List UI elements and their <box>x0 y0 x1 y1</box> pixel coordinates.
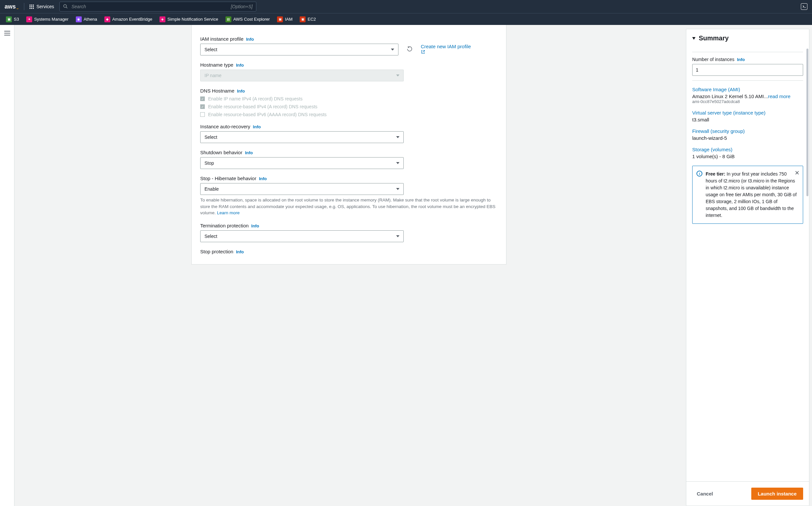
dns-opt1-label: Enable IP name IPv4 (A record) DNS reque… <box>208 96 303 101</box>
top-nav: aws⌣ Services [Option+S] <box>0 0 812 13</box>
instances-input[interactable] <box>692 64 803 76</box>
search-input[interactable] <box>71 4 228 9</box>
search-shortcut-hint: [Option+S] <box>231 4 253 9</box>
free-tier-strong: Free tier: <box>706 171 725 177</box>
side-strip <box>0 25 14 506</box>
termination-label: Termination protection <box>200 223 249 228</box>
close-icon[interactable]: ✕ <box>795 170 800 176</box>
free-tier-text: In your first year includes 750 hours of… <box>706 171 797 218</box>
info-icon: i <box>697 171 702 177</box>
hibernate-info-link[interactable]: Info <box>259 176 267 181</box>
fav-label: Systems Manager <box>34 17 69 22</box>
iam-refresh-button[interactable] <box>404 44 415 54</box>
autorecovery-label: Instance auto-recovery <box>200 124 250 129</box>
instance-type-header-link[interactable]: Virtual server type (instance type) <box>692 110 803 115</box>
instances-info-link[interactable]: Info <box>737 57 745 62</box>
ami-value: Amazon Linux 2 Kernel 5.10 AMI...read mo… <box>692 93 803 99</box>
checkbox-icon <box>200 112 205 117</box>
svg-line-1 <box>66 7 67 8</box>
advanced-details-card: IAM instance profile Info Select Crea <box>191 25 506 264</box>
fav-cost-explorer[interactable]: ▤AWS Cost Explorer <box>226 16 270 22</box>
dns-res-ipv4-checkbox: ✓Enable resource-based IPv4 (A record) D… <box>200 104 498 109</box>
field-iam-profile: IAM instance profile Info Select Crea <box>200 36 498 56</box>
ami-header-link[interactable]: Software Image (AMI) <box>692 87 803 92</box>
autorecovery-select[interactable]: Select <box>200 131 404 143</box>
shutdown-info-link[interactable]: Info <box>245 150 253 155</box>
refresh-icon <box>407 46 413 52</box>
field-shutdown: Shutdown behavior Info Stop <box>200 150 498 169</box>
global-search[interactable]: [Option+S] <box>59 2 256 11</box>
fav-iam[interactable]: ▣IAM <box>277 16 293 22</box>
checkbox-icon: ✓ <box>200 104 205 109</box>
fav-label: Simple Notification Service <box>167 17 218 22</box>
fav-label: Athena <box>84 17 97 22</box>
fav-eventbridge[interactable]: ◆Amazon EventBridge <box>104 16 152 22</box>
caret-down-icon <box>396 162 399 164</box>
ami-id: ami-0cc87e5027adcdca8 <box>692 99 803 104</box>
hibernate-help-text: To enable hibernation, space is allocate… <box>200 197 498 216</box>
fav-sns[interactable]: ◈Simple Notification Service <box>160 16 218 22</box>
fav-s3[interactable]: ▣S3 <box>6 16 19 22</box>
scrollbar-thumb[interactable] <box>806 49 808 196</box>
summary-panel: Summary Number of instances Info Softwar… <box>683 25 812 506</box>
sg-header-link[interactable]: Firewall (security group) <box>692 128 803 134</box>
content-scroll[interactable]: IAM instance profile Info Select Crea <box>14 25 683 506</box>
instance-type-value: t3.small <box>692 117 803 122</box>
summary-footer: Cancel Launch instance <box>686 481 809 506</box>
fav-systems-manager[interactable]: ✦Systems Manager <box>26 16 69 22</box>
hostname-value: IP name <box>205 73 222 78</box>
cloudshell-button[interactable] <box>801 3 807 10</box>
hostname-label: Hostname type <box>200 62 233 68</box>
stopprotect-info-link[interactable]: Info <box>236 249 244 254</box>
hibernate-learn-more-link[interactable]: Learn more <box>217 210 240 215</box>
termination-info-link[interactable]: Info <box>251 224 259 228</box>
ssm-icon: ✦ <box>26 16 32 22</box>
hostname-info-link[interactable]: Info <box>236 63 244 68</box>
autorecovery-info-link[interactable]: Info <box>253 124 261 129</box>
field-stop-protection: Stop protection Info <box>200 249 498 254</box>
aws-logo-text: aws <box>5 3 16 10</box>
dns-label: DNS Hostname <box>200 88 234 93</box>
shutdown-select[interactable]: Stop <box>200 157 404 169</box>
summary-title: Summary <box>699 34 729 42</box>
cancel-button[interactable]: Cancel <box>692 488 718 499</box>
iam-profile-label: IAM instance profile <box>200 36 244 42</box>
favorites-bar: ▣S3 ✦Systems Manager ◉Athena ◆Amazon Eve… <box>0 13 812 25</box>
summary-body[interactable]: Number of instances Info Software Image … <box>686 45 809 481</box>
iam-profile-select[interactable]: Select <box>200 44 398 56</box>
iam-profile-info-link[interactable]: Info <box>246 37 254 42</box>
fav-label: S3 <box>14 17 19 22</box>
services-grid-icon <box>29 5 34 9</box>
fav-label: EC2 <box>308 17 316 22</box>
field-hibernate: Stop - Hibernate behavior Info Enable To… <box>200 176 498 216</box>
launch-instance-button[interactable]: Launch instance <box>751 488 803 500</box>
ami-read-more-link[interactable]: read more <box>768 93 790 99</box>
stopprotect-label: Stop protection <box>200 249 233 254</box>
services-button[interactable]: Services <box>29 4 54 9</box>
termination-select[interactable]: Select <box>200 230 404 242</box>
cost-icon: ▤ <box>226 16 231 22</box>
athena-icon: ◉ <box>76 16 82 22</box>
hibernate-select[interactable]: Enable <box>200 183 404 195</box>
summary-header[interactable]: Summary <box>686 29 809 45</box>
hostname-select: IP name <box>200 70 404 81</box>
field-hostname-type: Hostname type Info IP name <box>200 62 498 81</box>
side-nav-toggle[interactable] <box>4 29 10 37</box>
eventbridge-icon: ◆ <box>104 16 110 22</box>
fav-ec2[interactable]: ▣EC2 <box>300 16 316 22</box>
aws-logo[interactable]: aws⌣ <box>5 3 19 10</box>
free-tier-info-box: i ✕ Free tier: In your first year includ… <box>692 166 803 224</box>
collapse-triangle-icon <box>692 37 696 40</box>
storage-header-link[interactable]: Storage (volumes) <box>692 147 803 152</box>
aws-swoosh-icon: ⌣ <box>16 7 19 10</box>
hibernate-value: Enable <box>205 186 219 192</box>
instances-label: Number of instances <box>692 57 734 62</box>
dns-info-link[interactable]: Info <box>237 89 245 93</box>
caret-down-icon <box>391 49 394 51</box>
svg-point-0 <box>63 4 66 7</box>
autorecovery-value: Select <box>205 135 217 140</box>
fav-athena[interactable]: ◉Athena <box>76 16 97 22</box>
create-iam-profile-link[interactable]: Create new IAM profile <box>421 44 471 49</box>
dns-opt2-label: Enable resource-based IPv4 (A record) DN… <box>208 104 317 109</box>
sg-value: launch-wizard-5 <box>692 135 803 141</box>
